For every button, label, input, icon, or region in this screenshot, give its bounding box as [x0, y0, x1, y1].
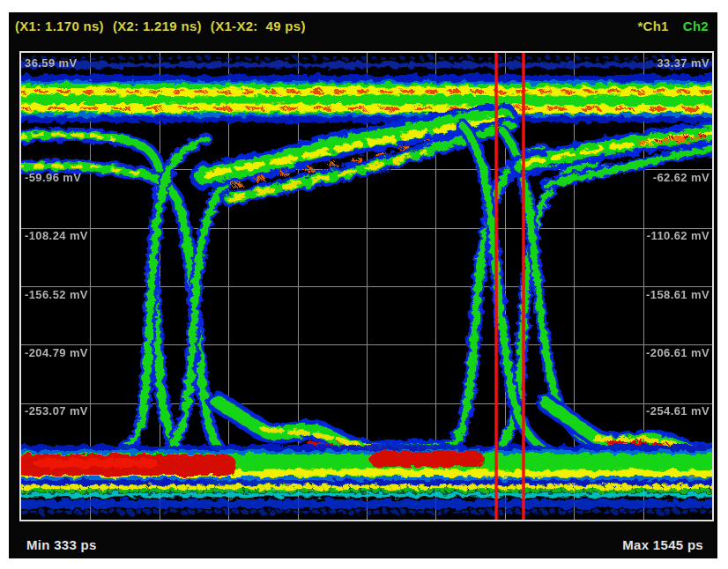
right-axis-label: 33.37 mV: [657, 56, 709, 70]
right-axis-label: -254.61 mV: [646, 404, 709, 418]
left-axis-label: -156.52 mV: [25, 288, 88, 301]
screenshot-page: (X1: 1.170 ns)(X2: 1.219 ns)(X1-X2: 49 p…: [0, 0, 728, 569]
channel-2-label[interactable]: Ch2: [683, 18, 709, 33]
scope-screen: (X1: 1.170 ns)(X2: 1.219 ns)(X1-X2: 49 p…: [9, 12, 717, 558]
left-axis-label: -204.79 mV: [25, 346, 88, 359]
eye-diagram-canvas: [21, 53, 712, 520]
right-axis-label: -206.61 mV: [646, 346, 709, 359]
header-bar: (X1: 1.170 ns)(X2: 1.219 ns)(X1-X2: 49 p…: [9, 12, 717, 51]
right-axis-label: -110.62 mV: [647, 229, 709, 242]
channel-labels: *Ch1Ch2: [637, 18, 709, 33]
left-axis-label: -108.24 mV: [25, 229, 88, 242]
right-axis-label: -62.62 mV: [653, 171, 709, 184]
cursor-x2-readout: (X2: 1.219 ns): [113, 18, 202, 33]
cursor-delta-readout: (X1-X2: 49 ps): [211, 18, 306, 33]
graticule-area: 36.59 mV -59.96 mV -108.24 mV -156.52 mV…: [19, 51, 714, 521]
left-axis-label: -253.07 mV: [25, 404, 88, 418]
left-axis-label: 36.59 mV: [25, 56, 78, 70]
left-axis-label: -59.96 mV: [25, 171, 81, 184]
cursor-readout: (X1: 1.170 ns)(X2: 1.219 ns)(X1-X2: 49 p…: [15, 18, 315, 33]
channel-1-label[interactable]: *Ch1: [637, 18, 668, 33]
cursor-x1-readout: (X1: 1.170 ns): [15, 18, 104, 33]
right-axis-label: -158.61 mV: [646, 288, 709, 301]
time-min-label: Min 333 ps: [26, 537, 97, 552]
time-max-label: Max 1545 ps: [622, 537, 703, 552]
